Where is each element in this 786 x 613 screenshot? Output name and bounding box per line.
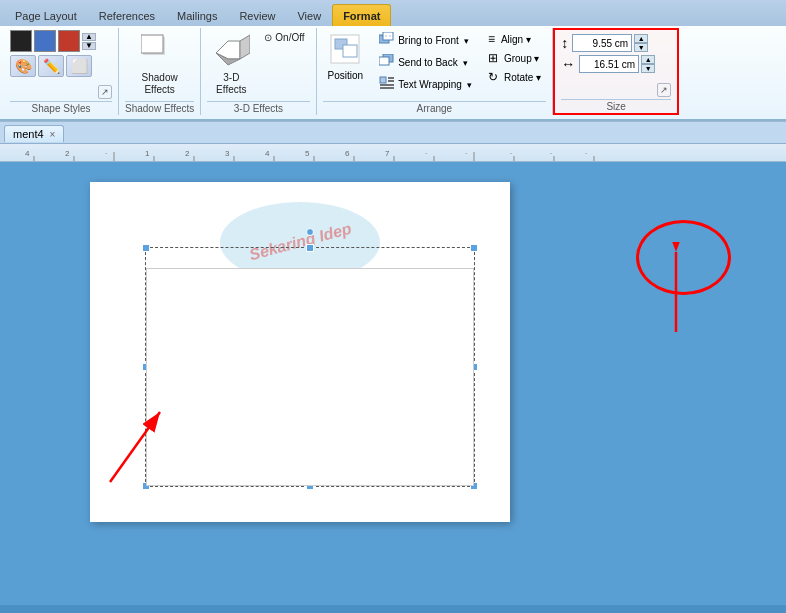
3d-effects-btn[interactable]: 3-DEffects: [207, 30, 255, 99]
size-inputs: ↕ ▲ ▼ ↔ ▲ ▼: [561, 32, 655, 75]
width-row: ↔ ▲ ▼: [561, 55, 655, 73]
svg-rect-13: [380, 77, 386, 83]
rotate-icon: ↻: [488, 70, 498, 84]
height-down[interactable]: ▼: [634, 43, 648, 52]
arrange-group-label: Arrange: [323, 101, 547, 115]
group-size: ↕ ▲ ▼ ↔ ▲ ▼: [553, 28, 679, 115]
send-to-back-arrow: ▾: [463, 58, 468, 68]
size-content: ↕ ▲ ▼ ↔ ▲ ▼: [561, 32, 671, 97]
selected-textbox[interactable]: [145, 247, 475, 487]
shape-outline-btn[interactable]: ✏️: [38, 55, 64, 77]
group-shape-styles: ▲ ▼ 🎨 ✏️ ⬜ ↗: [4, 28, 119, 115]
shadow-effects-content: ShadowEffects: [136, 30, 184, 99]
svg-text:4: 4: [25, 149, 30, 158]
svg-rect-12: [379, 57, 389, 65]
align-btn[interactable]: ≡ Align ▾: [483, 30, 546, 48]
text-wrapping-icon: [379, 76, 395, 93]
3d-effects-group-label: 3-D Effects: [207, 101, 309, 115]
height-row: ↕ ▲ ▼: [561, 34, 655, 52]
doc-tabs: ment4 ×: [0, 122, 786, 144]
tab-mailings[interactable]: Mailings: [166, 4, 228, 26]
doc-tab-ment4[interactable]: ment4 ×: [4, 125, 64, 142]
height-input[interactable]: [572, 34, 632, 52]
rotate-label: Rotate ▾: [504, 72, 541, 83]
tab-references[interactable]: References: [88, 4, 166, 26]
text-wrapping-btn[interactable]: Text Wrapping ▾: [374, 74, 477, 95]
svg-text:2: 2: [65, 149, 70, 158]
circle-annotation: [636, 220, 731, 295]
bring-to-front-label: Bring to Front: [398, 35, 459, 46]
tab-page-layout[interactable]: Page Layout: [4, 4, 88, 26]
svg-text:·: ·: [425, 149, 427, 158]
document-area: ment4 × 4 2 · 1 2 3 4 5 6 7 · · · ·: [0, 122, 786, 605]
svg-text:·: ·: [465, 149, 467, 158]
shape-style-black[interactable]: [10, 30, 32, 52]
3d-effects-content: 3-DEffects ⊙ On/Off: [207, 30, 309, 99]
svg-text:1: 1: [145, 149, 150, 158]
svg-text:·: ·: [105, 149, 107, 158]
ribbon-content: ▲ ▼ 🎨 ✏️ ⬜ ↗: [0, 26, 786, 121]
scroll-down[interactable]: ▼: [82, 42, 96, 50]
doc-tab-name: ment4: [13, 128, 44, 140]
svg-rect-1: [141, 35, 163, 53]
position-btn[interactable]: Position: [323, 30, 369, 84]
tab-review[interactable]: Review: [228, 4, 286, 26]
rotate-btn[interactable]: ↻ Rotate ▾: [483, 68, 546, 86]
svg-text:·: ·: [550, 149, 552, 158]
handle-top-left[interactable]: [142, 244, 150, 252]
on-off-btn[interactable]: ⊙ On/Off: [259, 30, 309, 45]
tab-format[interactable]: Format: [332, 4, 391, 26]
size-group-label: Size: [561, 99, 671, 113]
document-page: Sekaring Idep: [90, 182, 510, 522]
width-input[interactable]: [579, 55, 639, 73]
arrange-content: Position Bring to: [323, 30, 547, 99]
width-up[interactable]: ▲: [641, 55, 655, 64]
width-spinner: ▲ ▼: [641, 55, 655, 73]
rotation-handle[interactable]: [306, 228, 314, 236]
shape-fill-btn[interactable]: 🎨: [10, 55, 36, 77]
svg-text:6: 6: [345, 149, 350, 158]
on-off-icon: ⊙: [264, 32, 272, 43]
tab-view[interactable]: View: [286, 4, 332, 26]
position-icon: [329, 33, 361, 70]
width-down[interactable]: ▼: [641, 64, 655, 73]
shadow-effects-label: ShadowEffects: [142, 72, 178, 96]
change-shape-btn[interactable]: ⬜: [66, 55, 92, 77]
size-launcher[interactable]: ↗: [657, 83, 671, 97]
arrange-col2: ≡ Align ▾ ⊞ Group ▾ ↻ Rotate ▾: [483, 30, 546, 86]
group-arrange: Position Bring to: [317, 28, 554, 115]
width-icon: ↔: [561, 56, 575, 72]
height-up[interactable]: ▲: [634, 34, 648, 43]
svg-text:3: 3: [225, 149, 230, 158]
shadow-effects-group-label: Shadow Effects: [125, 101, 194, 115]
shape-styles-launcher[interactable]: ↗: [98, 85, 112, 99]
bring-to-front-btn[interactable]: Bring to Front ▾: [374, 30, 477, 51]
ribbon: Page Layout References Mailings Review V…: [0, 0, 786, 122]
align-icon: ≡: [488, 32, 495, 46]
ruler: 4 2 · 1 2 3 4 5 6 7 · · · · ·: [0, 144, 786, 162]
align-label: Align ▾: [501, 34, 531, 45]
scroll-up[interactable]: ▲: [82, 33, 96, 41]
svg-text:7: 7: [385, 149, 390, 158]
group-btn[interactable]: ⊞ Group ▾: [483, 49, 546, 67]
svg-rect-9: [383, 32, 393, 40]
doc-tab-close[interactable]: ×: [50, 129, 56, 140]
shape-style-red[interactable]: [58, 30, 80, 52]
shape-style-blue[interactable]: [34, 30, 56, 52]
bring-to-front-arrow: ▾: [464, 36, 469, 46]
height-icon: ↕: [561, 35, 568, 51]
handle-top-right[interactable]: [470, 244, 478, 252]
handle-top-center[interactable]: [306, 244, 314, 252]
svg-text:5: 5: [305, 149, 310, 158]
height-spinner: ▲ ▼: [634, 34, 648, 52]
group-shadow-effects: ShadowEffects Shadow Effects: [119, 28, 201, 115]
inner-content-box: [146, 268, 474, 486]
shadow-effects-btn[interactable]: ShadowEffects: [136, 30, 184, 99]
3d-effects-icon: [212, 33, 250, 71]
svg-text:2: 2: [185, 149, 190, 158]
red-arrow-2: [651, 242, 701, 342]
send-to-back-label: Send to Back: [398, 57, 457, 68]
tab-bar: Page Layout References Mailings Review V…: [0, 0, 786, 26]
svg-text:·: ·: [585, 149, 587, 158]
send-to-back-btn[interactable]: Send to Back ▾: [374, 52, 477, 73]
